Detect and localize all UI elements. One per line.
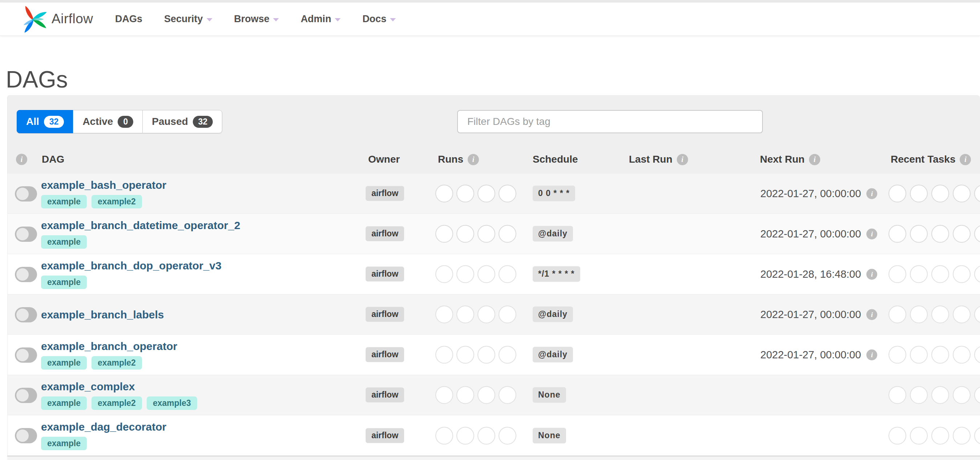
airflow-logo-icon[interactable] <box>17 3 49 36</box>
nav-item-security[interactable]: Security <box>164 13 212 25</box>
tag-filter-input[interactable] <box>457 110 763 133</box>
run-status-circle[interactable] <box>498 266 516 283</box>
brand-name[interactable]: Airflow <box>52 3 93 35</box>
recent-task-circle[interactable] <box>931 306 949 323</box>
dag-tag[interactable]: example <box>41 235 87 249</box>
recent-task-circle[interactable] <box>953 185 970 202</box>
dag-tag[interactable]: example <box>41 396 87 410</box>
recent-task-circle[interactable] <box>953 346 970 364</box>
run-status-circle[interactable] <box>498 346 516 364</box>
run-status-circle[interactable] <box>457 386 474 404</box>
run-status-circle[interactable] <box>457 185 474 202</box>
run-status-circle[interactable] <box>477 386 495 404</box>
recent-task-circle[interactable] <box>953 225 970 243</box>
dag-tag[interactable]: example <box>41 356 87 369</box>
recent-task-circle[interactable] <box>888 225 906 243</box>
recent-task-circle[interactable] <box>931 225 949 243</box>
recent-task-circle[interactable] <box>953 306 970 323</box>
owner-badge[interactable]: airflow <box>366 387 404 402</box>
dag-tag[interactable]: example <box>41 195 87 209</box>
run-status-circle[interactable] <box>477 266 495 283</box>
recent-task-circle[interactable] <box>931 386 949 404</box>
owner-badge[interactable]: airflow <box>366 266 404 282</box>
recent-task-circle[interactable] <box>931 346 949 364</box>
run-status-circle[interactable] <box>435 306 453 323</box>
run-status-circle[interactable] <box>457 346 474 364</box>
dag-pause-toggle[interactable] <box>15 267 37 282</box>
tab-active[interactable]: Active0 <box>73 110 143 133</box>
recent-task-circle[interactable] <box>953 266 970 283</box>
dag-tag[interactable]: example3 <box>147 396 197 410</box>
recent-task-circle[interactable] <box>888 427 906 444</box>
recent-task-circle[interactable] <box>953 427 970 444</box>
run-status-circle[interactable] <box>477 185 495 202</box>
run-status-circle[interactable] <box>435 266 453 283</box>
column-header-lastrun[interactable]: Last Runi <box>629 154 688 165</box>
recent-task-circle[interactable] <box>910 386 928 404</box>
owner-badge[interactable]: airflow <box>366 226 404 241</box>
column-header-runs[interactable]: Runsi <box>438 154 479 165</box>
run-status-circle[interactable] <box>435 427 453 444</box>
column-header-owner[interactable]: Owner <box>368 154 400 165</box>
dag-link[interactable]: example_branch_operator <box>41 340 177 353</box>
run-status-circle[interactable] <box>435 386 453 404</box>
owner-badge[interactable]: airflow <box>366 307 404 322</box>
nav-item-docs[interactable]: Docs <box>363 13 396 25</box>
recent-task-circle[interactable] <box>910 225 928 243</box>
run-status-circle[interactable] <box>457 225 474 243</box>
run-status-circle[interactable] <box>477 346 495 364</box>
dag-link[interactable]: example_bash_operator <box>41 179 166 191</box>
dag-link[interactable]: example_complex <box>41 380 197 393</box>
run-status-circle[interactable] <box>477 306 495 323</box>
run-status-circle[interactable] <box>435 185 453 202</box>
nav-item-dags[interactable]: DAGs <box>115 13 142 25</box>
recent-task-circle[interactable] <box>888 306 906 323</box>
recent-task-circle[interactable] <box>888 346 906 364</box>
dag-link[interactable]: example_branch_labels <box>41 309 164 321</box>
dag-pause-toggle[interactable] <box>15 388 37 403</box>
dag-link[interactable]: example_dag_decorator <box>41 421 166 433</box>
owner-badge[interactable]: airflow <box>366 428 404 443</box>
recent-task-circle[interactable] <box>953 386 970 404</box>
recent-task-circle[interactable] <box>888 386 906 404</box>
recent-task-circle[interactable] <box>910 427 928 444</box>
recent-task-circle[interactable] <box>910 266 928 283</box>
run-status-circle[interactable] <box>457 427 474 444</box>
column-header-dag[interactable]: DAG <box>42 154 64 165</box>
recent-task-circle[interactable] <box>974 185 980 202</box>
dag-pause-toggle[interactable] <box>15 307 37 322</box>
recent-task-circle[interactable] <box>974 306 980 323</box>
dag-pause-toggle[interactable] <box>15 226 37 242</box>
dag-tag[interactable]: example <box>41 275 87 289</box>
column-header-nextrun[interactable]: Next Runi <box>760 154 820 165</box>
run-status-circle[interactable] <box>435 346 453 364</box>
recent-task-circle[interactable] <box>974 346 980 364</box>
dag-tag[interactable]: example2 <box>92 396 142 410</box>
recent-task-circle[interactable] <box>931 185 949 202</box>
dag-pause-toggle[interactable] <box>15 186 37 202</box>
recent-task-circle[interactable] <box>974 225 980 243</box>
run-status-circle[interactable] <box>457 266 474 283</box>
run-status-circle[interactable] <box>477 225 495 243</box>
recent-task-circle[interactable] <box>910 306 928 323</box>
recent-task-circle[interactable] <box>888 185 906 202</box>
column-header-recent[interactable]: Recent Tasksi <box>891 154 971 165</box>
column-header-schedule[interactable]: Schedule <box>533 154 578 165</box>
run-status-circle[interactable] <box>457 306 474 323</box>
recent-task-circle[interactable] <box>888 266 906 283</box>
run-status-circle[interactable] <box>498 386 516 404</box>
recent-task-circle[interactable] <box>974 386 980 404</box>
recent-task-circle[interactable] <box>910 346 928 364</box>
recent-task-circle[interactable] <box>931 266 949 283</box>
owner-badge[interactable]: airflow <box>366 186 404 201</box>
run-status-circle[interactable] <box>498 427 516 444</box>
dag-link[interactable]: example_branch_dop_operator_v3 <box>41 259 221 272</box>
dag-tag[interactable]: example2 <box>92 195 142 209</box>
dag-tag[interactable]: example <box>41 437 87 450</box>
run-status-circle[interactable] <box>498 225 516 243</box>
tab-all[interactable]: All32 <box>17 110 73 133</box>
tab-paused[interactable]: Paused32 <box>142 110 222 133</box>
dag-link[interactable]: example_branch_datetime_operator_2 <box>41 219 240 232</box>
recent-task-circle[interactable] <box>974 427 980 444</box>
nav-item-browse[interactable]: Browse <box>234 13 279 25</box>
